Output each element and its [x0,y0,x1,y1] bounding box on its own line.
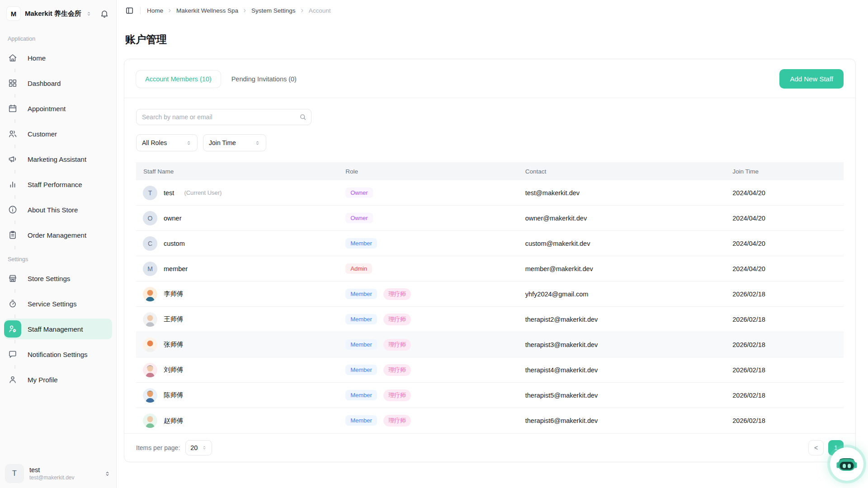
sidebar-item-label: Service Settings [28,300,76,308]
join-date: 2024/04/20 [732,189,844,197]
col-contact: Contact [525,168,733,175]
divider [140,7,141,14]
sidebar-item-service-settings[interactable]: Service Settings [4,293,112,314]
role-badge: Owner [345,188,373,198]
sidebar-item-store-settings[interactable]: Store Settings [4,268,112,289]
message-icon [4,346,21,363]
staff-name: 陈师傅 [164,391,184,399]
sidebar-item-label: Customer [28,130,57,138]
current-user-note: (Current User) [184,189,222,196]
sidebar-nav: Application Home Dashboard Appointment [0,36,116,390]
chevrons-up-down-icon [104,470,111,477]
staff-table: Staff Name Role Contact Join Time T test… [136,162,844,433]
contact-email: therapist3@makerkit.dev [525,341,733,348]
user-name: test [29,466,75,474]
items-per-page-select[interactable]: 20 [185,440,212,455]
pagination-bar: Items per page: 20 < 1 [124,433,855,462]
table-row[interactable]: C custom Member custom@makerkit.dev 2024… [136,231,844,256]
tab-pending-invitations[interactable]: Pending Invitations (0) [222,70,306,88]
staff-name: member [164,265,188,272]
sidebar-item-appointment[interactable]: Appointment [4,98,112,119]
user-avatar: T [5,465,24,483]
role-badge: Member [345,415,377,426]
add-new-staff-button[interactable]: Add New Staff [779,69,844,89]
staff-name: 王师傅 [164,315,184,324]
tab-account-members[interactable]: Account Members (10) [136,70,221,88]
store-icon [4,270,21,287]
join-date: 2026/02/18 [732,316,844,323]
tabs: Account Members (10) Pending Invitations… [136,70,306,88]
sidebar-item-staff-performance[interactable]: Staff Performance [4,174,112,195]
table-row[interactable]: 刘师傅 Member 理疗师 therapist4@makerkit.dev 2… [136,357,844,383]
roles-filter-select[interactable]: All Roles [136,134,198,151]
section-label: Settings [8,256,112,263]
join-date: 2024/04/20 [732,240,844,247]
table-row[interactable]: 王师傅 Member 理疗师 therapist2@makerkit.dev 2… [136,307,844,332]
roles-filter-value: All Roles [142,139,167,146]
sidebar: M Makerkit 养生会所 Application Home Dashboa… [0,0,117,488]
chevrons-up-down-icon [255,140,260,146]
sidebar-item-customer[interactable]: Customer [4,123,112,144]
contact-email: member@makerkit.dev [525,265,733,272]
breadcrumb-system-settings[interactable]: System Settings [251,7,296,14]
sidebar-item-notification-settings[interactable]: Notification Settings [4,344,112,365]
breadcrumb-workspace[interactable]: Makerkit Wellness Spa [176,7,238,14]
sidebar-item-about-this-store[interactable]: About This Store [4,199,112,220]
table-row[interactable]: M member Admin member@makerkit.dev 2024/… [136,256,844,282]
sidebar-item-order-management[interactable]: Order Management [4,225,112,245]
table-row[interactable]: 赵师傅 Member 理疗师 therapist6@makerkit.dev 2… [136,408,844,433]
avatar [143,363,157,377]
chevrons-up-down-icon [86,11,92,17]
sidebar-item-label: My Profile [28,376,58,384]
sidebar-item-label: Appointment [28,105,66,113]
robot-icon [836,453,858,475]
chevron-right-icon [167,8,172,13]
sort-filter-select[interactable]: Join Time [203,134,266,151]
user-gear-icon [4,320,21,338]
avatar [143,312,157,327]
table-row[interactable]: 李师傅 Member 理疗师 yhfy2024@gmail.com 2026/0… [136,282,844,307]
avatar: C [143,236,157,251]
sidebar-toggle-icon[interactable] [125,6,134,15]
role-badge: Member [345,365,377,375]
sidebar-item-home[interactable]: Home [4,47,112,68]
prev-page-button[interactable]: < [808,440,824,455]
dashboard-icon [4,75,21,92]
home-icon [4,49,21,66]
sidebar-item-my-profile[interactable]: My Profile [4,369,112,390]
breadcrumb: Home Makerkit Wellness Spa System Settin… [147,7,330,14]
role-badge: Owner [345,213,373,223]
join-date: 2026/02/18 [732,341,844,348]
main-content: Home Makerkit Wellness Spa System Settin… [117,0,868,488]
workspace-name: Makerkit 养生会所 [25,9,81,18]
staff-name: custom [164,240,185,247]
therapist-badge: 理疗师 [383,288,411,300]
clipboard-icon [4,226,21,244]
sidebar-item-staff-management[interactable]: Staff Management [4,319,112,339]
table-row[interactable]: 张师傅 Member 理疗师 therapist3@makerkit.dev 2… [136,332,844,357]
items-per-page-value: 20 [190,444,198,451]
account-card: Account Members (10) Pending Invitations… [124,59,856,462]
breadcrumb-home[interactable]: Home [147,7,163,14]
chevrons-up-down-icon [186,140,192,146]
join-date: 2026/02/18 [732,291,844,298]
contact-email: therapist6@makerkit.dev [525,417,733,424]
join-date: 2024/04/20 [732,215,844,222]
table-row[interactable]: 陈师傅 Member 理疗师 therapist5@makerkit.dev 2… [136,383,844,408]
table-row[interactable]: O owner Owner owner@makerkit.dev 2024/04… [136,206,844,231]
bell-icon[interactable] [100,9,109,18]
sidebar-item-label: Store Settings [28,275,70,282]
nav-section-settings: Settings Store Settings Service Settings… [4,256,112,390]
search-icon[interactable] [299,113,307,121]
sidebar-item-marketing-assistant[interactable]: Marketing Assistant [4,149,112,169]
workspace-switcher[interactable]: M Makerkit 养生会所 [0,0,116,20]
search-input[interactable] [136,109,311,125]
chat-widget-button[interactable] [830,447,863,481]
table-row[interactable]: T test (Current User) Owner test@makerki… [136,180,844,206]
user-info: test test@makerkit.dev [29,466,75,481]
user-menu[interactable]: T test test@makerkit.dev [5,465,111,483]
sidebar-item-label: Staff Performance [28,181,82,188]
user-email: test@makerkit.dev [29,474,75,481]
contact-email: yhfy2024@gmail.com [525,291,733,298]
sidebar-item-dashboard[interactable]: Dashboard [4,73,112,94]
